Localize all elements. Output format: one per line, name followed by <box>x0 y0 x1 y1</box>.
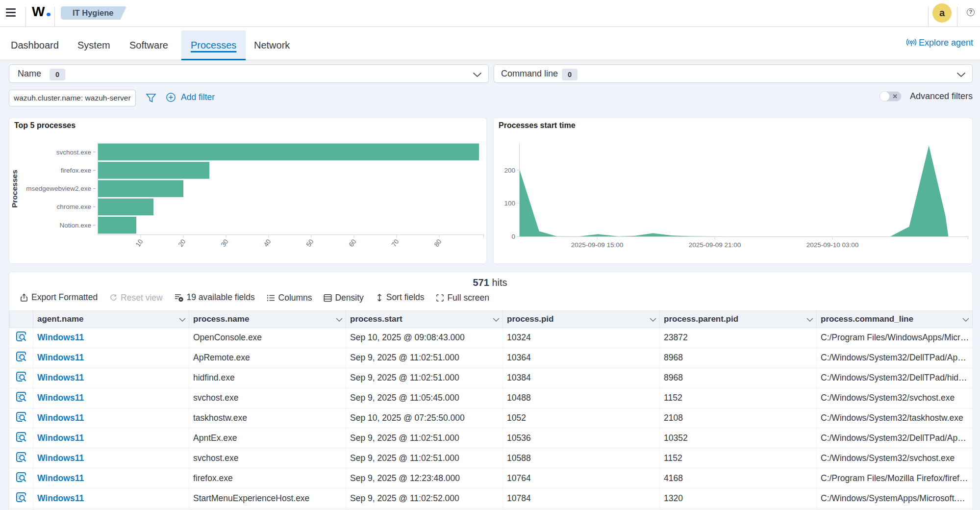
svg-text:0: 0 <box>511 233 515 240</box>
svg-text:60: 60 <box>348 238 358 248</box>
svg-text:40: 40 <box>262 238 273 248</box>
svg-text:msedgewebview2.exe: msedgewebview2.exe <box>26 185 91 192</box>
svg-text:20: 20 <box>177 238 187 248</box>
svg-text:80: 80 <box>433 238 443 248</box>
svg-text:50: 50 <box>305 238 315 248</box>
svg-text:200: 200 <box>504 167 515 174</box>
svg-text:firefox.exe: firefox.exe <box>61 167 91 174</box>
svg-text:chrome.exe: chrome.exe <box>56 203 91 210</box>
svg-text:2025-09-09 21:00: 2025-09-09 21:00 <box>689 241 741 249</box>
svg-text:svchost.exe: svchost.exe <box>56 149 91 156</box>
svg-text:10: 10 <box>134 238 145 248</box>
svg-text:2025-09-10 03:00: 2025-09-10 03:00 <box>806 241 859 249</box>
svg-text:2025-09-09 15:00: 2025-09-09 15:00 <box>571 241 624 249</box>
svg-text:30: 30 <box>220 238 230 248</box>
svg-text:Processes: Processes <box>10 170 19 208</box>
svg-text:70: 70 <box>390 238 401 248</box>
svg-text:100: 100 <box>504 200 515 207</box>
svg-text:Notion.exe: Notion.exe <box>59 222 91 229</box>
